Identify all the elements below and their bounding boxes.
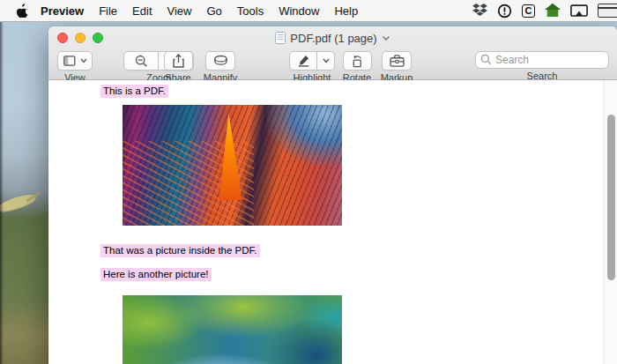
highlighted-text: This is a PDF. bbox=[100, 85, 168, 98]
menubar-status-icons: C bbox=[472, 4, 610, 19]
share-group: Share bbox=[160, 51, 196, 83]
dropbox-icon[interactable] bbox=[472, 4, 487, 18]
display-mirroring-icon[interactable] bbox=[570, 4, 588, 18]
magnify-button[interactable] bbox=[205, 51, 235, 71]
apple-menu-icon[interactable] bbox=[16, 4, 28, 18]
highlighter-pen-icon bbox=[297, 55, 310, 67]
title-chevron-down-icon[interactable] bbox=[382, 35, 390, 41]
share-icon bbox=[173, 54, 184, 68]
menu-bar: Preview File Edit View Go Tools Window H… bbox=[0, 0, 617, 22]
magnify-group: Magnify bbox=[195, 51, 246, 83]
pdf-document-area[interactable]: This is a PDF. That was a picture inside… bbox=[48, 80, 617, 364]
markup-toolbox-icon bbox=[390, 55, 405, 67]
highlight-button[interactable] bbox=[289, 51, 317, 71]
share-button[interactable] bbox=[164, 51, 193, 71]
menu-app-preview[interactable]: Preview bbox=[41, 4, 84, 18]
menu-edit[interactable]: Edit bbox=[132, 4, 152, 18]
magnify-loupe-icon bbox=[213, 55, 228, 67]
markup-group: Markup bbox=[376, 51, 417, 83]
zoom-out-icon bbox=[135, 55, 148, 68]
rotate-left-icon bbox=[350, 55, 364, 68]
zoom-out-button[interactable] bbox=[123, 51, 159, 71]
highlighted-text: That was a picture inside the PDF. bbox=[100, 244, 260, 257]
alert-circle-icon[interactable] bbox=[497, 4, 512, 19]
rotate-button[interactable] bbox=[343, 51, 372, 71]
c-badge-icon[interactable]: C bbox=[522, 4, 535, 18]
search-input[interactable] bbox=[475, 51, 609, 69]
menu-tools[interactable]: Tools bbox=[237, 4, 264, 18]
chevron-down-icon bbox=[323, 58, 330, 63]
preview-window: PDF.pdf (1 page) View bbox=[48, 26, 617, 364]
menu-view[interactable]: View bbox=[167, 4, 192, 18]
view-button[interactable] bbox=[57, 51, 93, 71]
sidebar-view-icon bbox=[63, 56, 78, 67]
title-bar[interactable]: PDF.pdf (1 page) bbox=[48, 26, 617, 49]
screen-edge-shade bbox=[0, 0, 4, 364]
menu-file[interactable]: File bbox=[99, 4, 117, 18]
pdf-text-line: That was a picture inside the PDF. bbox=[100, 245, 260, 256]
toolbar: View Zoom Share bbox=[48, 49, 617, 80]
chevron-down-icon bbox=[80, 58, 87, 63]
search-icon bbox=[480, 54, 492, 65]
app-window-icon[interactable] bbox=[598, 4, 610, 18]
scrollbar-thumb[interactable] bbox=[607, 115, 615, 280]
home-icon[interactable] bbox=[545, 4, 561, 18]
pdf-text-line: Here is another picture! bbox=[100, 269, 212, 279]
search-group: Search bbox=[475, 51, 609, 81]
highlight-group: Highlight bbox=[286, 51, 338, 83]
window-title-area: PDF.pdf (1 page) bbox=[48, 26, 617, 49]
document-icon bbox=[275, 32, 286, 44]
pdf-image-marble-paint bbox=[123, 295, 342, 364]
view-group: View bbox=[54, 51, 96, 83]
rotate-group: Rotate bbox=[338, 51, 375, 83]
window-header: PDF.pdf (1 page) View bbox=[48, 26, 617, 80]
window-title: PDF.pdf (1 page) bbox=[290, 32, 376, 45]
menu-go[interactable]: Go bbox=[206, 4, 221, 18]
wheat-stalk-decor bbox=[0, 191, 38, 214]
highlight-dropdown-button[interactable] bbox=[317, 51, 335, 71]
menu-help[interactable]: Help bbox=[334, 4, 358, 18]
menu-window[interactable]: Window bbox=[279, 4, 319, 18]
pdf-image-abstract-waves bbox=[123, 105, 342, 226]
vertical-scrollbar[interactable] bbox=[603, 80, 617, 364]
highlighted-text: Here is another picture! bbox=[100, 268, 212, 281]
pdf-text-line: This is a PDF. bbox=[100, 85, 168, 96]
markup-button[interactable] bbox=[382, 51, 412, 71]
